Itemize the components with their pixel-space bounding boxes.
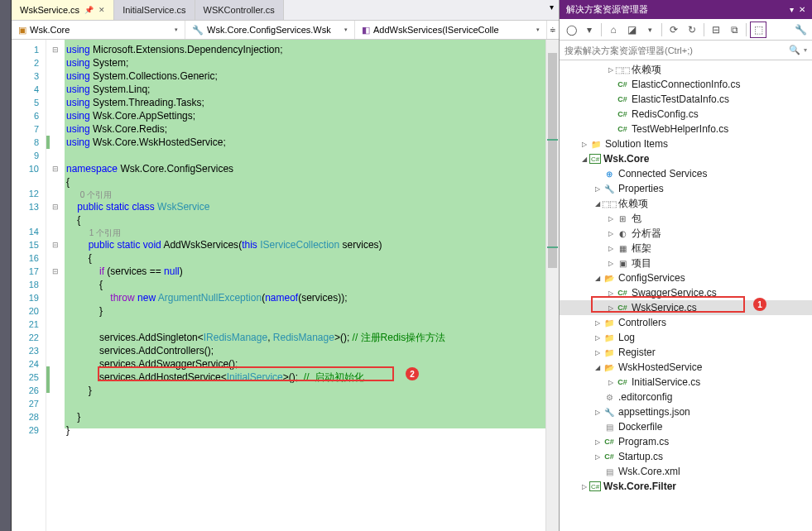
expand-icon[interactable]: ▷ (579, 141, 589, 148)
tree-row[interactable]: ⚙.editorconfig (560, 390, 812, 404)
nav-project[interactable]: ▣ Wsk.Core ▾ (12, 21, 185, 39)
tree-row[interactable]: ▷📁Log (560, 330, 812, 345)
tree-row[interactable]: ▷C#Program.cs (560, 434, 812, 449)
expand-icon[interactable]: ▷ (593, 438, 603, 446)
close-icon[interactable]: ✕ (799, 5, 805, 14)
tree-row[interactable]: ◢📂WskHostedService (560, 360, 812, 375)
tree-row[interactable]: C#TestWebHelperInfo.cs (560, 122, 812, 136)
folder-icon: 📁 (603, 317, 616, 328)
copy-icon[interactable]: ⧉ (726, 22, 742, 38)
json-icon: ⚙ (603, 391, 616, 403)
expand-icon[interactable]: ▷ (606, 260, 616, 267)
scroll-thumb[interactable] (548, 53, 557, 268)
split-icon[interactable]: ≑ (547, 26, 559, 34)
tree-row[interactable]: ▷📁Controllers (560, 315, 812, 330)
tree-label: 包 (632, 212, 641, 226)
expand-icon[interactable]: ▷ (606, 215, 616, 222)
expand-icon[interactable]: ▷ (606, 379, 616, 386)
tree-row[interactable]: ▷C#InitialService.cs (560, 375, 812, 390)
tab-initialservice[interactable]: InitialService.cs (114, 0, 195, 20)
panel-title: 解决方案资源管理器 (566, 3, 648, 16)
collapse-icon[interactable]: ⊟ (708, 22, 724, 38)
overview-mark (547, 246, 558, 248)
tree-row[interactable]: ◢📂ConfigServices (560, 270, 812, 285)
nav-class[interactable]: 🔧 Wsk.Core.ConfigServices.Wsk ▾ (185, 21, 355, 39)
refresh-icon[interactable]: ↻ (684, 22, 700, 38)
tree-row[interactable]: ▷◐分析器 (560, 226, 812, 241)
sync-icon[interactable]: ⟳ (665, 22, 682, 38)
expand-icon[interactable]: ◢ (579, 155, 589, 163)
search-dd-icon[interactable]: ▾ (804, 46, 807, 54)
pin-icon[interactable]: 📌 (84, 6, 94, 14)
home-icon[interactable]: ⌂ (605, 22, 622, 38)
tree-row[interactable]: ▤Wsk.Core.xml (560, 464, 812, 479)
nav-label: Wsk.Core (30, 25, 70, 35)
tree-label: ConfigServices (618, 272, 685, 284)
expand-icon[interactable]: ▷ (593, 185, 603, 193)
tab-label: WSKController.cs (204, 5, 275, 15)
tree-row[interactable]: ◢C#Wsk.Core (560, 151, 812, 166)
conn-icon: ⊕ (603, 168, 616, 179)
tab-wskcontroller[interactable]: WSKController.cs (195, 0, 284, 20)
properties-icon[interactable]: 🔧 (792, 22, 809, 38)
expand-icon[interactable]: ▷ (606, 304, 616, 312)
expand-icon[interactable]: ▷ (593, 409, 603, 416)
ref-icon: ⬚⬚ (603, 198, 616, 209)
code-content[interactable]: using Microsoft.Extensions.DependencyInj… (65, 40, 545, 531)
filter-icon[interactable]: ▾ (641, 22, 658, 38)
search-icon[interactable]: 🔍 (789, 45, 800, 55)
tree-row[interactable]: C#ElasticTestDataInfo.cs (560, 92, 812, 107)
cs-icon: C# (616, 376, 629, 388)
tree-label: Register (618, 347, 656, 358)
search-box[interactable]: 🔍 ▾ (560, 41, 812, 60)
forward-icon[interactable]: ▾ (581, 22, 598, 38)
tab-bar: WskService.cs 📌 ✕ InitialService.cs WSKC… (12, 0, 559, 20)
tree-row[interactable]: ▷⬚⬚依赖项 (560, 62, 812, 77)
tree-row[interactable]: ▷📁Solution Items (560, 136, 812, 151)
tree-row[interactable]: C#RedisConfig.cs (560, 107, 812, 122)
tree-row[interactable]: ▷C#WskService.cs (560, 300, 812, 315)
toggle-icon[interactable]: ◪ (623, 22, 640, 38)
tree-row[interactable]: ▷📁Register (560, 345, 812, 360)
expand-icon[interactable]: ▷ (593, 334, 603, 342)
tree-row[interactable]: ▷▦框架 (560, 241, 812, 256)
scrollbar-vertical[interactable] (545, 40, 559, 531)
dropdown-icon[interactable]: ▾ (790, 5, 794, 14)
editor-area[interactable]: 1234567891012131415161718192021222324252… (12, 40, 559, 531)
tree-row[interactable]: ▷▣项目 (560, 256, 812, 270)
expand-icon[interactable]: ▷ (593, 453, 603, 461)
cs-icon: C# (603, 436, 616, 447)
back-icon[interactable]: ◯ (563, 22, 579, 38)
change-marker (46, 366, 50, 393)
search-input[interactable] (565, 45, 789, 55)
expand-icon[interactable]: ▷ (606, 289, 616, 297)
cs-icon: C# (616, 108, 629, 120)
tree-row[interactable]: ▷C#Startup.cs (560, 449, 812, 464)
expand-icon[interactable]: ◢ (593, 275, 603, 282)
tree-row[interactable]: ▷C#SwaggerService.cs (560, 285, 812, 300)
tree-row[interactable]: ⊕Connected Services (560, 166, 812, 181)
solution-tree[interactable]: 1 ▷⬚⬚依赖项C#ElasticConnectionInfo.csC#Elas… (560, 60, 812, 531)
tree-row[interactable]: ▷🔧Properties (560, 181, 812, 196)
showfiles-icon[interactable]: ⬚ (750, 22, 766, 38)
expand-icon[interactable]: ◢ (593, 364, 603, 371)
tree-row[interactable]: ▤Dockerfile (560, 419, 812, 434)
chevron-down-icon: ▾ (175, 26, 178, 33)
tab-wskservice[interactable]: WskService.cs 📌 ✕ (12, 0, 114, 20)
expand-icon[interactable]: ▷ (606, 245, 616, 252)
editor-panel: WskService.cs 📌 ✕ InitialService.cs WSKC… (12, 0, 559, 531)
expand-icon[interactable]: ▷ (606, 230, 616, 237)
nav-method[interactable]: ◧ AddWskServices(IServiceColle ▾ (355, 21, 547, 39)
tree-label: Dockerfile (618, 421, 662, 433)
expand-icon[interactable]: ▷ (593, 349, 603, 356)
expand-icon[interactable]: ▷ (579, 483, 589, 490)
expand-icon[interactable]: ▷ (593, 319, 603, 327)
tree-row[interactable]: C#ElasticConnectionInfo.cs (560, 77, 812, 92)
close-icon[interactable]: ✕ (98, 6, 105, 14)
tree-row[interactable]: ◢⬚⬚依赖项 (560, 196, 812, 211)
tree-row[interactable]: ▷🔧appsettings.json (560, 404, 812, 419)
tree-row[interactable]: ▷C#Wsk.Core.Filter (560, 479, 812, 494)
tab-overflow[interactable]: ▾ (545, 0, 559, 20)
tree-label: ElasticConnectionInfo.cs (632, 79, 740, 90)
tree-row[interactable]: ▷⊞包 (560, 211, 812, 226)
